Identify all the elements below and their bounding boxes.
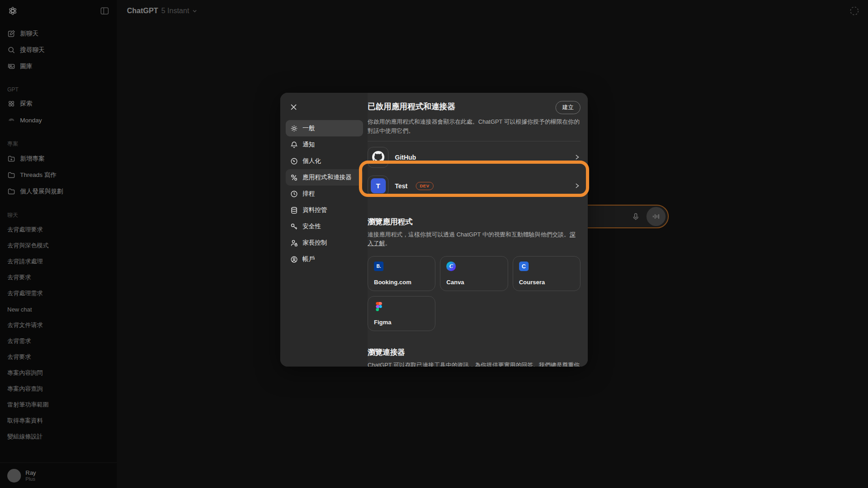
apps-connectors-icon	[290, 174, 298, 181]
settings-nav-label: 通知	[303, 141, 315, 149]
divider	[368, 141, 580, 141]
app-card-label: Booking.com	[374, 279, 429, 286]
settings-nav-label: 排程	[303, 190, 315, 198]
browse-connectors-section: 瀏覽連接器 ChatGPT 可以存取已連接工具中的資訊，為你提供更實用的回答。我…	[368, 347, 580, 367]
settings-nav-label: 資料控管	[303, 206, 327, 214]
close-button[interactable]	[287, 100, 300, 114]
app-cards-grid: B. Booking.com C Canva C Coursera	[368, 256, 580, 331]
key-icon	[290, 223, 298, 231]
test-app-tile: T	[368, 176, 389, 196]
settings-modal: 一般 通知 個人化 應用程式和連接器	[280, 93, 588, 367]
clock-icon	[290, 190, 298, 198]
page-description: 你啟用的應用程式和連接器會顯示在此處。ChatGPT 可以根據你授予的權限在你的…	[368, 117, 580, 136]
parental-controls-icon	[290, 239, 298, 247]
page-title: 已啟用應用程式和連接器	[368, 101, 455, 112]
app-card-canva[interactable]: C Canva	[440, 256, 508, 291]
section-title: 瀏覽應用程式	[368, 217, 580, 227]
app-card-label: Figma	[374, 319, 429, 326]
settings-nav-label: 安全性	[303, 222, 321, 231]
screen: 新聊天 搜尋聊天 圖庫 GPT 探索	[0, 0, 868, 488]
settings-nav-personalization[interactable]: 個人化	[286, 153, 363, 169]
settings-content: 已啟用應用程式和連接器 建立 你啟用的應用程式和連接器會顯示在此處。ChatGP…	[368, 93, 588, 367]
account-icon	[290, 256, 298, 263]
test-app-initial: T	[371, 178, 386, 193]
settings-nav-schedules[interactable]: 排程	[286, 186, 363, 202]
connector-name: GitHub	[395, 154, 416, 161]
bell-icon	[290, 141, 298, 149]
app-card-label: Coursera	[519, 279, 574, 286]
booking-logo-icon: B.	[374, 262, 384, 271]
settings-nav-label: 一般	[303, 124, 315, 132]
close-icon	[290, 104, 297, 111]
settings-nav-label: 應用程式和連接器	[303, 173, 352, 181]
browse-apps-section: 瀏覽應用程式 連接應用程式，這樣你就可以透過 ChatGPT 中的視覺和互動體驗…	[368, 217, 580, 332]
settings-nav-parental-controls[interactable]: 家長控制	[286, 235, 363, 251]
connector-name: Test	[395, 182, 408, 190]
settings-nav-data-controls[interactable]: 資料控管	[286, 202, 363, 218]
dev-badge: DEV	[416, 182, 434, 190]
settings-nav-label: 家長控制	[303, 239, 327, 247]
settings-nav-general[interactable]: 一般	[286, 120, 363, 136]
settings-nav-label: 個人化	[303, 157, 321, 165]
connector-row-test[interactable]: T Test DEV	[368, 173, 580, 199]
database-icon	[290, 206, 298, 214]
app-card-figma[interactable]: Figma	[368, 296, 435, 331]
settings-nav-apps-connectors[interactable]: 應用程式和連接器	[286, 169, 363, 186]
app-card-coursera[interactable]: C Coursera	[513, 256, 580, 291]
section-description: 連接應用程式，這樣你就可以透過 ChatGPT 中的視覺和互動體驗與他們交談。深…	[368, 230, 580, 248]
connector-row-github[interactable]: GitHub	[368, 145, 580, 170]
create-button[interactable]: 建立	[555, 101, 580, 114]
settings-nav: 一般 通知 個人化 應用程式和連接器	[280, 93, 368, 367]
app-card-label: Canva	[446, 279, 501, 286]
figma-logo-icon	[374, 302, 384, 311]
chevron-right-icon	[574, 182, 580, 189]
personalization-dial-icon	[290, 157, 298, 165]
gear-icon	[290, 125, 298, 132]
settings-nav-security[interactable]: 安全性	[286, 218, 363, 235]
settings-nav-notifications[interactable]: 通知	[286, 136, 363, 153]
canva-logo-icon: C	[446, 262, 456, 271]
coursera-logo-icon: C	[519, 262, 529, 271]
settings-nav-label: 帳戶	[303, 255, 315, 263]
section-description: ChatGPT 可以存取已連接工具中的資訊，為你提供更實用的回答。我們總是尊重你…	[368, 361, 580, 367]
chevron-right-icon	[574, 154, 580, 161]
github-tile	[368, 147, 389, 168]
github-mark-icon	[372, 151, 384, 163]
settings-nav-account[interactable]: 帳戶	[286, 251, 363, 267]
section-title: 瀏覽連接器	[368, 347, 580, 357]
app-card-booking[interactable]: B. Booking.com	[368, 256, 435, 291]
